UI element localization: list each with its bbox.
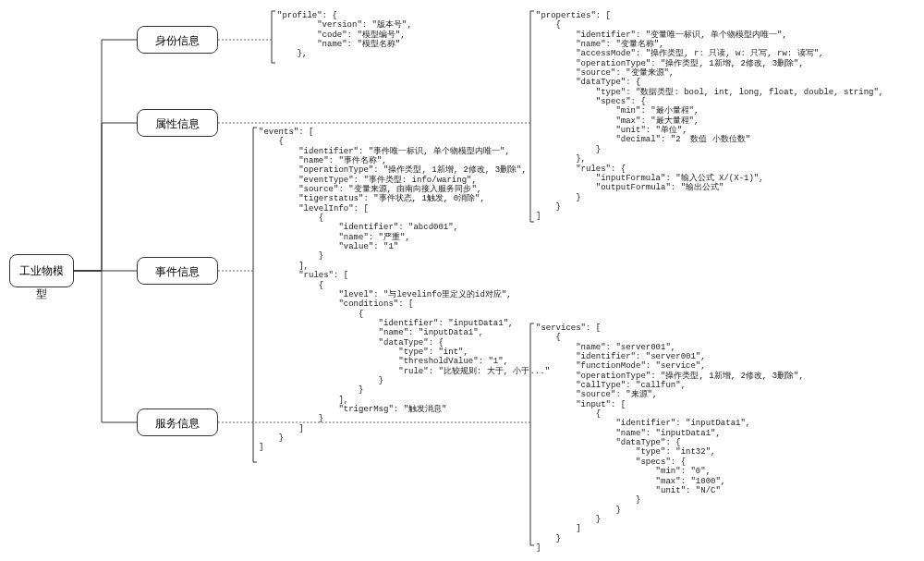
json-events: "events": [ { "identifier": "事件唯一标识, 单个物… bbox=[259, 128, 550, 453]
child-label: 服务信息 bbox=[155, 417, 200, 430]
child-node-property: 属性信息 bbox=[137, 109, 218, 137]
child-label: 身份信息 bbox=[155, 34, 200, 47]
child-label: 属性信息 bbox=[155, 117, 200, 130]
child-node-identity: 身份信息 bbox=[137, 26, 218, 54]
json-services: "services": [ { "name": "server001", "id… bbox=[536, 323, 804, 553]
child-node-service: 服务信息 bbox=[137, 409, 218, 436]
child-label: 事件信息 bbox=[155, 265, 200, 278]
root-node: 工业物模型 bbox=[9, 254, 74, 287]
root-label: 工业物模型 bbox=[19, 264, 64, 300]
child-node-event: 事件信息 bbox=[137, 257, 218, 285]
json-profile: "profile": { "version": "版本号", "code": "… bbox=[277, 11, 412, 59]
json-properties: "properties": [ { "identifier": "变量唯一标识,… bbox=[536, 11, 883, 222]
